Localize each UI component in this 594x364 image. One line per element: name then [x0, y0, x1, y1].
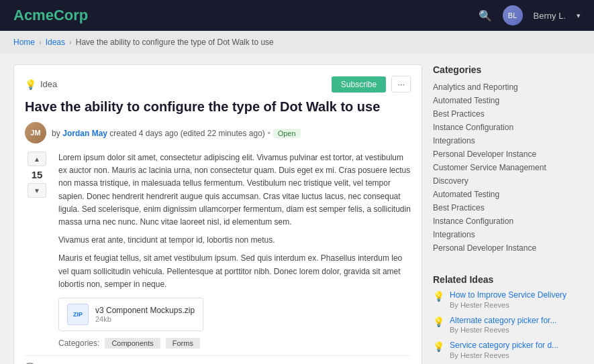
- categories-label: Categories:: [58, 339, 99, 348]
- header-actions: 🔍 BL Berny L. ▾: [479, 5, 581, 25]
- site-header: AcmeCorp 🔍 BL Berny L. ▾: [0, 0, 594, 31]
- idea-label: 💡 Idea: [25, 79, 57, 90]
- sidebar-item-automated-testing-1[interactable]: Automated Testing: [433, 94, 581, 107]
- related-idea-icon-3: 💡: [433, 341, 444, 352]
- related-idea-2: 💡 Alternate category picker for... By He…: [433, 316, 581, 335]
- meta-bullet: •: [267, 128, 270, 138]
- related-idea-title-3[interactable]: Service category picker for d...: [450, 341, 558, 351]
- sidebar-item-csm[interactable]: Customer Service Management: [433, 161, 581, 174]
- idea-meta: JM by Jordan May created 4 days ago (edi…: [25, 122, 411, 143]
- idea-label-text: Idea: [40, 79, 57, 89]
- sidebar-item-analytics[interactable]: Analytics and Reporting: [433, 80, 581, 94]
- attachment-details: v3 Component Mockups.zip 24kb: [95, 306, 195, 323]
- site-logo: AcmeCorp: [13, 7, 479, 24]
- search-icon[interactable]: 🔍: [479, 9, 492, 22]
- meta-details: by Jordan May created 4 days ago (edited…: [52, 128, 301, 138]
- sidebar-categories-title: Categories: [433, 64, 581, 75]
- sidebar-item-personal-dev-2[interactable]: Personal Developer Instance: [433, 241, 581, 255]
- sidebar-item-best-practices-2[interactable]: Best Practices: [433, 201, 581, 215]
- author-avatar: JM: [25, 122, 46, 143]
- sidebar-item-discovery[interactable]: Discovery: [433, 174, 581, 188]
- related-idea-3: 💡 Service category picker for d... By He…: [433, 341, 581, 359]
- idea-title: Have the ability to configure the type o…: [25, 98, 411, 115]
- related-idea-1: 💡 How to Improve Service Delivery By Hes…: [433, 290, 581, 309]
- sidebar: Categories Analytics and Reporting Autom…: [433, 64, 581, 364]
- sidebar-item-best-practices-1[interactable]: Best Practices: [433, 107, 581, 121]
- breadcrumb: Home › Ideas › Have the ability to confi…: [0, 31, 594, 54]
- author-name[interactable]: Jordan May: [62, 129, 109, 138]
- breadcrumb-sep-1: ›: [39, 38, 42, 46]
- sidebar-item-integrations-1[interactable]: Integrations: [433, 134, 581, 147]
- sidebar-divider: [433, 265, 581, 266]
- related-idea-title-1[interactable]: How to Improve Service Delivery: [450, 290, 566, 301]
- idea-actions: Subscribe ···: [332, 76, 411, 93]
- main-layout: 💡 Idea Subscribe ··· Have the ability to…: [0, 54, 594, 364]
- created-time: created 4 days ago (edited 22 minutes ag…: [109, 129, 264, 138]
- idea-body: ▲ 15 ▼ Lorem ipsum dolor sit amet, conse…: [25, 151, 411, 349]
- username-label: Berny L.: [534, 11, 566, 21]
- attachment-type-icon: ZIP: [67, 304, 89, 325]
- meta-by: by: [52, 129, 60, 138]
- avatar[interactable]: BL: [503, 5, 523, 25]
- categories-row: Categories: Components Forms: [58, 338, 411, 349]
- idea-header: 💡 Idea Subscribe ···: [25, 76, 411, 93]
- related-idea-icon-1: 💡: [433, 291, 444, 302]
- subscribe-button[interactable]: Subscribe: [332, 76, 386, 93]
- vote-down-button[interactable]: ▼: [28, 183, 46, 198]
- avatar-initials: BL: [508, 11, 517, 19]
- status-badge: Open: [273, 129, 301, 138]
- vote-up-button[interactable]: ▲: [28, 151, 46, 166]
- vote-count: 15: [32, 169, 43, 180]
- idea-paragraph-2: Vivamus erat ante, tincidunt at tempor i…: [58, 234, 411, 247]
- sidebar-item-instance-config-1[interactable]: Instance Configuration: [433, 121, 581, 134]
- more-options-button[interactable]: ···: [391, 76, 411, 93]
- related-idea-icon-2: 💡: [433, 316, 444, 327]
- sidebar-item-automated-testing-2[interactable]: Automated Testing: [433, 188, 581, 201]
- category-tag-forms[interactable]: Forms: [166, 338, 200, 349]
- chevron-down-icon[interactable]: ▾: [577, 11, 581, 20]
- vote-box: ▲ 15 ▼: [25, 151, 49, 349]
- related-idea-author-3: By Hester Reeves: [450, 351, 558, 359]
- content-area: 💡 Idea Subscribe ··· Have the ability to…: [13, 64, 422, 364]
- breadcrumb-current: Have the ability to configure the type o…: [76, 38, 274, 47]
- attachment-size: 24kb: [95, 315, 195, 323]
- attachment-name: v3 Component Mockups.zip: [95, 306, 195, 315]
- sidebar-related-title: Related Ideas: [433, 274, 581, 285]
- breadcrumb-sep-2: ›: [69, 38, 72, 46]
- idea-text: Lorem ipsum dolor sit amet, consectetur …: [58, 151, 411, 349]
- sidebar-related-section: Related Ideas 💡 How to Improve Service D…: [433, 274, 581, 359]
- sidebar-item-instance-config-2[interactable]: Instance Configuration: [433, 215, 581, 228]
- idea-paragraph-1: Lorem ipsum dolor sit amet, consectetur …: [58, 151, 411, 229]
- idea-paragraph-3: Mauris et feugiat tellus, sit amet vesti…: [58, 252, 411, 291]
- related-idea-title-2[interactable]: Alternate category picker for...: [450, 316, 556, 326]
- related-idea-author-1: By Hester Reeves: [450, 301, 566, 309]
- breadcrumb-home[interactable]: Home: [13, 38, 35, 47]
- breadcrumb-ideas[interactable]: Ideas: [46, 38, 65, 47]
- sidebar-item-integrations-2[interactable]: Integrations: [433, 228, 581, 241]
- lightbulb-icon: 💡: [25, 79, 36, 90]
- sidebar-categories-section: Categories Analytics and Reporting Autom…: [433, 64, 581, 255]
- sidebar-item-personal-dev-1[interactable]: Personal Developer Instance: [433, 147, 581, 161]
- idea-card: 💡 Idea Subscribe ··· Have the ability to…: [13, 64, 422, 364]
- related-idea-author-2: By Hester Reeves: [450, 326, 556, 334]
- author-initials: JM: [30, 129, 40, 137]
- category-tag-components[interactable]: Components: [105, 338, 160, 349]
- idea-footer: 💬 Comment 380 Views: [25, 355, 411, 364]
- attachment[interactable]: ZIP v3 Component Mockups.zip 24kb: [58, 298, 203, 331]
